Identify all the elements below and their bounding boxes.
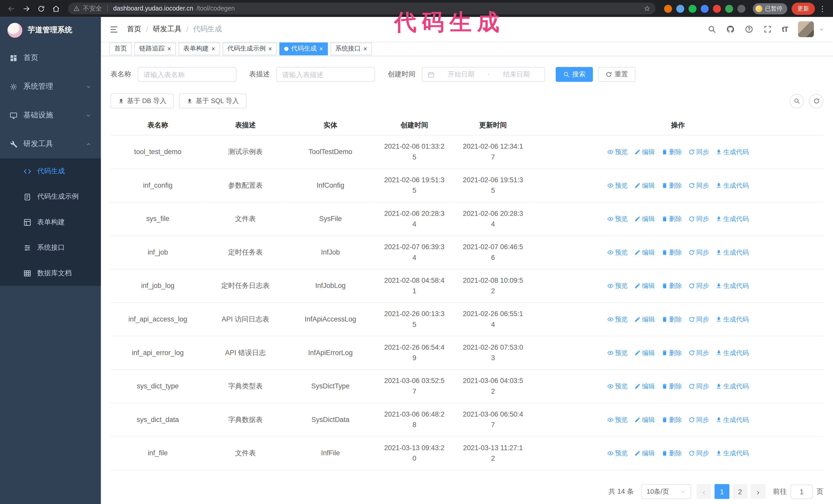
page-size-select[interactable]: 10条/页 [641, 484, 691, 499]
row-action-generate-code[interactable]: 生成代码 [715, 448, 749, 458]
sidebar-item-system-management[interactable]: 系统管理 [0, 72, 101, 101]
row-action-edit[interactable]: 编辑 [634, 281, 655, 291]
search-icon[interactable] [708, 25, 716, 33]
import-db-button[interactable]: 基于 DB 导入 [111, 94, 174, 109]
row-action-generate-code[interactable]: 生成代码 [715, 214, 749, 224]
breadcrumb-home[interactable]: 首页 [127, 25, 141, 34]
extension-icon[interactable] [688, 5, 696, 13]
row-action-sync[interactable]: 同步 [688, 147, 709, 157]
import-sql-button[interactable]: 基于 SQL 导入 [179, 94, 246, 109]
toggle-search-button[interactable] [789, 94, 804, 108]
prev-page-button[interactable]: ‹ [696, 484, 711, 499]
sidebar-item-dev-tools[interactable]: 研发工具 [0, 130, 101, 159]
sidebar-item-home[interactable]: 首页 [0, 44, 101, 72]
row-action-preview[interactable]: 预览 [607, 314, 628, 325]
reset-button[interactable]: 重置 [598, 67, 635, 82]
row-action-edit[interactable]: 编辑 [634, 414, 655, 425]
row-action-generate-code[interactable]: 生成代码 [715, 414, 749, 425]
url-path[interactable]: /tool/codegen [196, 5, 235, 12]
row-action-edit[interactable]: 编辑 [634, 314, 655, 325]
row-action-delete[interactable]: 删除 [661, 247, 682, 258]
row-action-sync[interactable]: 同步 [688, 214, 709, 224]
row-action-edit[interactable]: 编辑 [634, 180, 655, 191]
row-action-sync[interactable]: 同步 [688, 180, 709, 191]
tab-close-icon[interactable]: × [167, 45, 171, 52]
browser-forward-button[interactable] [19, 2, 33, 16]
bookmark-star-icon[interactable] [644, 5, 650, 12]
sidebar-item-infrastructure[interactable]: 基础设施 [0, 101, 101, 130]
row-action-preview[interactable]: 预览 [607, 147, 628, 157]
row-action-delete[interactable]: 删除 [661, 281, 682, 291]
row-action-generate-code[interactable]: 生成代码 [715, 147, 749, 157]
extension-icon[interactable] [701, 5, 709, 13]
sidebar-item-code-generation[interactable]: 代码生成 [0, 159, 101, 184]
date-end-placeholder[interactable]: 结束日期 [494, 70, 539, 79]
table-name-input[interactable] [144, 71, 231, 78]
row-action-sync[interactable]: 同步 [688, 381, 709, 391]
row-action-sync[interactable]: 同步 [688, 314, 709, 325]
browser-update-button[interactable]: 更新 [791, 2, 815, 15]
tab[interactable]: 链路追踪 × [134, 42, 176, 55]
goto-page-input[interactable] [790, 484, 813, 499]
row-action-delete[interactable]: 删除 [661, 448, 682, 458]
row-action-generate-code[interactable]: 生成代码 [715, 247, 749, 258]
row-action-sync[interactable]: 同步 [688, 281, 709, 291]
next-page-button[interactable]: › [751, 484, 766, 499]
extension-icon[interactable] [664, 5, 672, 13]
security-warning-label[interactable]: 不安全 [83, 4, 102, 13]
search-button[interactable]: 搜索 [556, 67, 593, 82]
chevron-down-icon[interactable] [819, 26, 825, 32]
sidebar-logo[interactable]: 芋道管理系统 [0, 17, 101, 44]
row-action-preview[interactable]: 预览 [607, 448, 628, 458]
refresh-table-button[interactable] [809, 94, 824, 108]
row-action-preview[interactable]: 预览 [607, 180, 628, 191]
date-start-placeholder[interactable]: 开始日期 [438, 70, 484, 79]
row-action-edit[interactable]: 编辑 [634, 214, 655, 224]
extension-icon[interactable] [676, 5, 684, 13]
row-action-edit[interactable]: 编辑 [634, 448, 655, 458]
hamburger-icon[interactable] [110, 25, 118, 34]
create-time-range-picker[interactable]: 开始日期 - 结束日期 [422, 67, 545, 82]
font-size-icon[interactable]: tT [782, 25, 788, 33]
row-action-delete[interactable]: 删除 [661, 147, 682, 157]
breadcrumb-dev-tools[interactable]: 研发工具 [153, 25, 182, 34]
browser-reload-button[interactable] [34, 2, 48, 16]
tab[interactable]: 表单构建 × [178, 42, 220, 55]
page-button-2[interactable]: 2 [733, 484, 747, 499]
row-action-generate-code[interactable]: 生成代码 [715, 314, 749, 325]
help-icon[interactable] [744, 25, 753, 33]
tab[interactable]: 首页 [110, 42, 132, 55]
row-action-sync[interactable]: 同步 [688, 448, 709, 458]
extension-icon[interactable] [725, 5, 733, 13]
table-desc-input[interactable] [282, 71, 369, 78]
sidebar-item-form-builder[interactable]: 表单构建 [0, 210, 101, 235]
row-action-delete[interactable]: 删除 [661, 214, 682, 224]
extension-icon[interactable] [737, 5, 745, 13]
row-action-preview[interactable]: 预览 [607, 281, 628, 291]
row-action-preview[interactable]: 预览 [607, 347, 628, 358]
row-action-edit[interactable]: 编辑 [634, 247, 655, 258]
row-action-generate-code[interactable]: 生成代码 [715, 381, 749, 391]
browser-back-button[interactable] [4, 2, 18, 16]
fullscreen-icon[interactable] [763, 25, 772, 33]
sidebar-item-code-generation-example[interactable]: 代码生成示例 [0, 184, 101, 209]
row-action-edit[interactable]: 编辑 [634, 147, 655, 157]
row-action-delete[interactable]: 删除 [661, 381, 682, 391]
tab-close-icon[interactable]: × [211, 45, 215, 52]
sidebar-item-database-docs[interactable]: 数据库文档 [0, 261, 101, 286]
row-action-delete[interactable]: 删除 [661, 180, 682, 191]
row-action-preview[interactable]: 预览 [607, 214, 628, 224]
paused-extension-badge[interactable]: 已暂停 [753, 3, 787, 14]
address-bar[interactable]: 不安全 dashboard.yudao.iocoder.cn/tool/code… [68, 3, 656, 14]
tab-close-icon[interactable]: × [363, 45, 367, 52]
row-action-preview[interactable]: 预览 [607, 381, 628, 391]
browser-menu-icon[interactable]: ⋮ [816, 4, 829, 13]
extension-icon[interactable] [713, 5, 721, 13]
row-action-edit[interactable]: 编辑 [634, 347, 655, 358]
browser-home-button[interactable] [49, 2, 63, 16]
avatar[interactable] [798, 21, 814, 37]
tab-close-icon[interactable]: × [319, 45, 323, 52]
tab[interactable]: 系统接口 × [330, 42, 372, 55]
row-action-sync[interactable]: 同步 [688, 347, 709, 358]
row-action-sync[interactable]: 同步 [688, 414, 709, 425]
